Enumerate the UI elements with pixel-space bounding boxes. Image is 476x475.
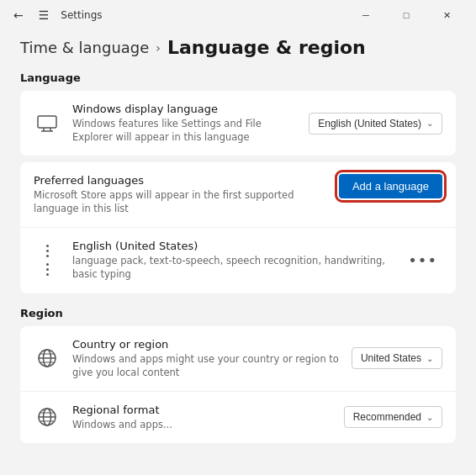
regional-format-desc: Windows and apps...	[72, 418, 332, 431]
back-icon[interactable]: ←	[10, 5, 27, 25]
regional-format-chevron-icon: ⌄	[426, 413, 433, 422]
windows-display-dropdown-value: English (United States)	[318, 118, 421, 129]
english-us-desc: language pack, text-to-speech, speech re…	[72, 254, 391, 281]
windows-display-language-card: Windows display language Windows feature…	[20, 91, 456, 156]
regional-format-icon	[34, 404, 61, 430]
country-region-label: Country or region	[72, 338, 340, 351]
preferred-languages-desc: Microsoft Store apps will appear in the …	[34, 188, 327, 215]
regional-format-control: Recommended ⌄	[344, 406, 442, 428]
close-button[interactable]: ✕	[427, 2, 466, 29]
english-us-row: English (United States) language pack, t…	[20, 227, 456, 293]
country-dropdown-chevron-icon: ⌄	[426, 354, 433, 363]
regional-format-dropdown-value: Recommended	[353, 411, 421, 423]
globe-icon	[34, 345, 61, 372]
app-title: Settings	[61, 9, 102, 21]
breadcrumb-current: Language & region	[167, 37, 366, 58]
region-section-heading: Region	[20, 307, 456, 319]
regional-format-row: Regional format Windows and apps... Reco…	[20, 392, 456, 443]
preferred-languages-card: Preferred languages Microsoft Store apps…	[20, 162, 456, 293]
preferred-languages-text: Preferred languages Microsoft Store apps…	[34, 174, 327, 215]
maximize-button[interactable]: □	[387, 2, 426, 29]
country-region-row: Country or region Windows and apps might…	[20, 326, 456, 392]
country-region-dropdown[interactable]: United States ⌄	[352, 347, 442, 369]
country-region-desc: Windows and apps might use your country …	[72, 352, 340, 379]
regional-format-label: Regional format	[72, 404, 332, 416]
breadcrumb-parent[interactable]: Time & language	[20, 39, 149, 56]
windows-display-control: English (United States) ⌄	[309, 113, 442, 135]
language-section-heading: Language	[20, 71, 456, 84]
regional-format-dropdown[interactable]: Recommended ⌄	[344, 406, 442, 428]
windows-display-text: Windows display language Windows feature…	[72, 103, 297, 144]
windows-display-label: Windows display language	[72, 103, 297, 115]
drag-dots-icon	[34, 247, 61, 274]
windows-display-desc: Windows features like Settings and File …	[72, 117, 297, 144]
hamburger-icon[interactable]: ☰	[35, 5, 53, 25]
dropdown-chevron-icon: ⌄	[426, 119, 433, 128]
windows-display-dropdown[interactable]: English (United States) ⌄	[309, 113, 442, 135]
titlebar: ← ☰ Settings ─ □ ✕	[0, 0, 476, 30]
add-language-control: Add a language	[339, 174, 442, 198]
english-us-menu: •••	[403, 251, 442, 269]
english-us-text: English (United States) language pack, t…	[72, 240, 391, 281]
country-region-control: United States ⌄	[352, 347, 442, 369]
svg-rect-0	[38, 116, 56, 128]
kebab-menu-icon[interactable]: •••	[403, 250, 442, 271]
region-card: Country or region Windows and apps might…	[20, 326, 456, 443]
monitor-icon	[34, 110, 61, 137]
country-region-dropdown-value: United States	[361, 352, 421, 364]
preferred-languages-header: Preferred languages Microsoft Store apps…	[20, 162, 456, 227]
minimize-button[interactable]: ─	[346, 2, 385, 29]
english-us-label: English (United States)	[72, 240, 391, 252]
main-content: Language Windows display language Window…	[0, 68, 476, 459]
region-section: Region Country or region Windows and app…	[20, 307, 456, 443]
add-language-button[interactable]: Add a language	[339, 174, 442, 198]
country-region-text: Country or region Windows and apps might…	[72, 338, 340, 379]
window-controls: ─ □ ✕	[346, 2, 466, 29]
breadcrumb-chevron: ›	[156, 41, 161, 55]
preferred-languages-label: Preferred languages	[34, 174, 327, 187]
windows-display-row: Windows display language Windows feature…	[20, 91, 456, 156]
regional-format-text: Regional format Windows and apps...	[72, 404, 332, 431]
titlebar-left: ← ☰ Settings	[10, 5, 103, 25]
breadcrumb: Time & language › Language & region	[0, 30, 476, 68]
